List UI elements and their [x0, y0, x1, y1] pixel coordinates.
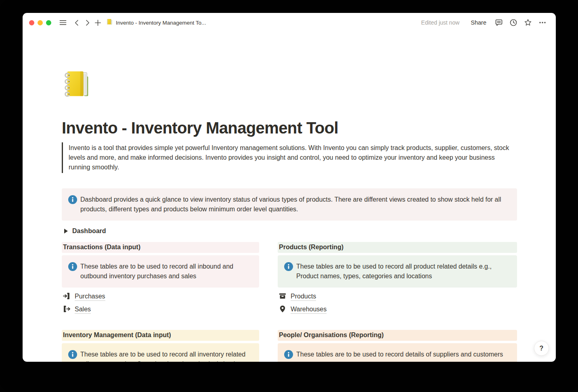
- chevron-left-icon: [73, 19, 81, 27]
- page-link-warehouses[interactable]: Warehouses: [278, 304, 517, 316]
- intro-quote-block: Invento is a tool that provides simple y…: [62, 142, 517, 173]
- map-pin-icon: [279, 305, 287, 315]
- back-button[interactable]: [71, 17, 82, 28]
- page-link-products[interactable]: Products: [278, 291, 517, 303]
- edited-status: Edited just now: [421, 19, 459, 26]
- section-people-organisations: People/ Organisations (Reporting) These …: [278, 330, 517, 362]
- door-arrow-out-icon: [63, 305, 71, 315]
- info-icon: [68, 262, 77, 281]
- breadcrumb-tab[interactable]: Invento - Inventory Management To...: [106, 19, 206, 27]
- page-link-sales[interactable]: Sales: [62, 304, 259, 316]
- page-icon-ledger-notebook[interactable]: [62, 69, 93, 101]
- more-options-button[interactable]: [537, 17, 548, 28]
- plus-icon: [94, 19, 102, 27]
- new-tab-button[interactable]: [92, 17, 103, 28]
- minimize-window-button[interactable]: [38, 20, 43, 25]
- inventory-management-callout: These tables are to be used to record al…: [62, 343, 259, 362]
- info-icon: [284, 350, 293, 362]
- transactions-callout-text: These tables are to be used to record al…: [80, 262, 253, 281]
- toggle-triangle-icon: [64, 229, 68, 234]
- updates-button[interactable]: [508, 17, 519, 28]
- zoom-window-button[interactable]: [46, 20, 51, 25]
- section-transactions: Transactions (Data input) These tables a…: [62, 242, 259, 317]
- archive-box-icon: [279, 292, 287, 302]
- favorite-button[interactable]: [523, 17, 533, 28]
- transactions-callout: These tables are to be used to record al…: [62, 255, 259, 288]
- dashboard-toggle-label: Dashboard: [72, 227, 106, 235]
- dashboard-toggle[interactable]: Dashboard: [62, 225, 517, 237]
- link-label: Purchases: [75, 293, 105, 301]
- products-callout-text: These tables are to be used to record al…: [296, 262, 511, 281]
- section-inventory-management: Inventory Management (Data input) These …: [62, 330, 259, 362]
- comment-bubble-icon: [495, 19, 503, 27]
- products-callout: These tables are to be used to record al…: [278, 255, 517, 288]
- app-window: Invento - Inventory Management To... Edi…: [23, 13, 556, 362]
- section-title-transactions: Transactions (Data input): [62, 242, 259, 253]
- info-icon: [68, 195, 77, 214]
- hamburger-menu-icon: [59, 19, 67, 27]
- door-arrow-in-icon: [63, 292, 71, 302]
- help-button[interactable]: ?: [534, 341, 549, 356]
- traffic-lights: [29, 20, 51, 25]
- section-title-people-organisations: People/ Organisations (Reporting): [278, 330, 517, 341]
- section-title-products: Products (Reporting): [278, 242, 517, 253]
- link-label: Products: [291, 293, 316, 301]
- info-icon: [284, 262, 293, 281]
- close-window-button[interactable]: [29, 20, 34, 25]
- info-icon: [68, 350, 77, 362]
- window-titlebar: Invento - Inventory Management To... Edi…: [23, 13, 556, 32]
- share-button[interactable]: Share: [467, 18, 490, 27]
- dashboard-callout-text: Dashboard provides a quick glance to vie…: [80, 195, 511, 214]
- sidebar-toggle-button[interactable]: [58, 17, 68, 28]
- link-label: Warehouses: [291, 306, 327, 314]
- ellipsis-icon: [538, 19, 547, 27]
- ledger-notebook-icon: [106, 19, 113, 27]
- clock-history-icon: [509, 19, 517, 27]
- chevron-right-icon: [84, 19, 91, 27]
- page-title[interactable]: Invento - Inventory Management Tool: [62, 118, 517, 138]
- page-link-purchases[interactable]: Purchases: [62, 291, 259, 303]
- dashboard-callout: Dashboard provides a quick glance to vie…: [62, 188, 517, 221]
- people-organisations-callout: These tables are to be used to record de…: [278, 343, 517, 362]
- inventory-management-callout-text: These tables are to be used to record al…: [80, 350, 253, 362]
- section-products: Products (Reporting) These tables are to…: [278, 242, 517, 317]
- page-content: Invento - Inventory Management Tool Inve…: [62, 69, 517, 362]
- forward-button[interactable]: [82, 17, 92, 28]
- tab-title: Invento - Inventory Management To...: [116, 20, 206, 26]
- section-title-inventory-management: Inventory Management (Data input): [62, 330, 259, 341]
- comments-button[interactable]: [494, 17, 504, 28]
- star-icon: [524, 19, 532, 27]
- people-organisations-callout-text: These tables are to be used to record de…: [296, 350, 503, 362]
- link-label: Sales: [75, 306, 91, 314]
